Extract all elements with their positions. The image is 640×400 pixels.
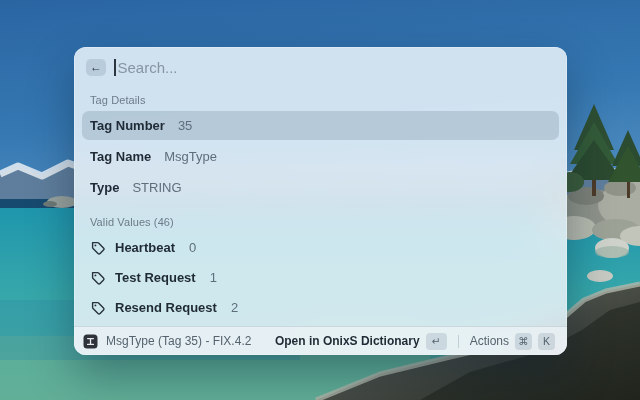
cmd-key-badge: ⌘ [515,333,532,350]
back-arrow-icon: ← [90,59,102,76]
results-list: Tag Details Tag Number 35 Tag Name MsgTy… [74,94,567,322]
text-caret [114,59,116,76]
footer-divider [458,335,459,348]
actions-label: Actions [470,334,509,348]
search-panel: ← Tag Details Tag Number 35 Tag Name Msg… [74,47,567,355]
back-button[interactable]: ← [86,59,106,76]
valid-value-row-resend-request[interactable]: Resend Request 2 [82,293,559,322]
detail-value: MsgType [164,149,217,164]
fix-dictionary-app-icon [83,334,98,349]
section-title-valid-values: Valid Values (46) [82,216,559,228]
search-field-wrap [114,59,555,76]
detail-label: Type [90,180,119,195]
primary-action-label: Open in OnixS Dictionary [275,334,420,348]
search-input[interactable] [118,59,556,76]
valid-value-row-test-request[interactable]: Test Request 1 [82,263,559,292]
detail-row-tag-number[interactable]: Tag Number 35 [82,111,559,140]
section-title-tag-details: Tag Details [82,94,559,106]
tag-icon [90,270,106,286]
valid-value-label: Heartbeat [115,240,175,255]
actions-button[interactable]: Actions ⌘ K [467,331,558,352]
open-in-onixs-dictionary-button[interactable]: Open in OnixS Dictionary ↵ [272,331,450,352]
valid-value-label: Resend Request [115,300,217,315]
panel-footer: MsgType (Tag 35) - FIX.4.2 Open in OnixS… [74,326,567,355]
enter-key-badge: ↵ [426,333,447,350]
detail-label: Tag Name [90,149,151,164]
detail-label: Tag Number [90,118,165,133]
search-header: ← [74,47,567,87]
valid-value-code: 0 [189,240,196,255]
k-key-badge: K [538,333,555,350]
valid-value-row-heartbeat[interactable]: Heartbeat 0 [82,233,559,262]
detail-row-tag-name[interactable]: Tag Name MsgType [82,142,559,171]
tag-icon [90,240,106,256]
tag-icon [90,300,106,316]
valid-value-label: Test Request [115,270,196,285]
valid-value-code: 1 [210,270,217,285]
detail-value: 35 [178,118,192,133]
valid-value-code: 2 [231,300,238,315]
footer-context-title: MsgType (Tag 35) - FIX.4.2 [106,334,251,348]
detail-value: STRING [132,180,181,195]
detail-row-type[interactable]: Type STRING [82,173,559,202]
